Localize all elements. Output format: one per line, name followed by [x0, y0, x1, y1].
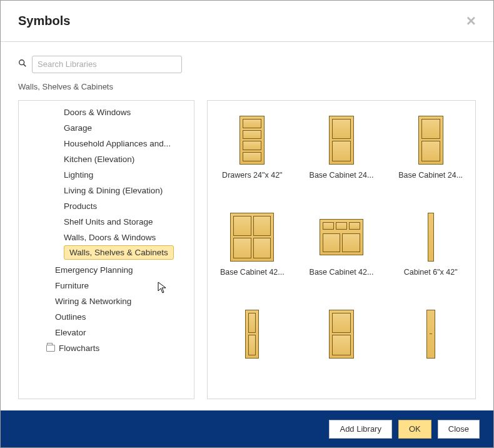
gallery-item-label: Base Cabinet 42... — [220, 268, 285, 277]
tree-item[interactable]: Products — [19, 198, 194, 214]
library-tree[interactable]: Doors & WindowsGarageHousehold Appliance… — [18, 100, 194, 399]
gallery-item[interactable]: Base Cabinet 42... — [208, 204, 297, 301]
tree-item-selected[interactable]: Walls, Shelves & Cabinets — [64, 245, 174, 260]
gallery-item[interactable]: Drawers 24"x 42" — [208, 107, 297, 204]
gallery-item[interactable] — [297, 301, 386, 398]
symbol-thumb — [320, 310, 363, 359]
gallery-item-label: Base Cabinet 42... — [310, 268, 374, 277]
tree-item-label: Emergency Planning — [55, 265, 133, 275]
tree-item[interactable]: Flowcharts — [19, 340, 194, 356]
dialog-footer: Add Library OK Close — [1, 410, 493, 447]
tree-item-label: Elevator — [55, 328, 86, 337]
gallery-item-label: Base Cabinet 24... — [398, 171, 463, 180]
gallery-item[interactable]: Base Cabinet 42... — [297, 204, 386, 301]
symbol-thumb — [320, 116, 363, 165]
symbol-thumb — [320, 213, 363, 262]
gallery-item[interactable] — [386, 301, 475, 398]
gallery-item[interactable]: Cabinet 6"x 42" — [386, 204, 475, 301]
tree-item[interactable]: Emergency Planning — [19, 262, 194, 278]
gallery-item[interactable]: Base Cabinet 24... — [297, 107, 386, 204]
ok-button[interactable]: OK — [398, 420, 431, 439]
tree-item-label: Wiring & Networking — [55, 297, 131, 306]
symbol-thumb — [409, 116, 453, 165]
tree-item-label: Flowcharts — [59, 344, 99, 353]
symbol-thumb — [409, 310, 453, 359]
close-button[interactable]: Close — [438, 420, 480, 439]
search-icon — [18, 59, 27, 70]
tree-item[interactable]: Outlines — [19, 309, 194, 325]
panes: Doors & WindowsGarageHousehold Appliance… — [1, 100, 493, 410]
symbol-thumb — [230, 310, 274, 359]
tree-item-label: Kitchen (Elevation) — [64, 155, 134, 164]
tree-item-label: Household Appliances and... — [64, 139, 171, 148]
tree-item[interactable]: Household Appliances and... — [19, 136, 194, 151]
search-row — [1, 42, 493, 78]
gallery-item[interactable]: Base Cabinet 24... — [386, 107, 475, 204]
add-library-button[interactable]: Add Library — [329, 420, 391, 439]
tree-item[interactable]: Elevator — [19, 325, 194, 340]
tree-item[interactable]: Garage — [19, 120, 194, 136]
tree-item[interactable]: Lighting — [19, 167, 194, 183]
tree-item[interactable]: Kitchen (Elevation) — [19, 151, 194, 167]
search-input[interactable] — [32, 56, 182, 73]
tree-item-label: Products — [64, 201, 97, 211]
titlebar: Symbols × — [1, 1, 493, 42]
dialog-title: Symbols — [18, 14, 70, 28]
tree-item-label: Shelf Units and Storage — [64, 217, 153, 227]
gallery-item-label: Cabinet 6"x 42" — [404, 268, 458, 277]
tree-item-label: Doors & Windows — [64, 108, 131, 117]
tree-item[interactable]: Walls, Doors & Windows — [19, 230, 194, 245]
breadcrumb: Walls, Shelves & Cabinets — [1, 78, 493, 100]
symbol-thumb — [409, 213, 453, 262]
tree-item-label: Furniture — [55, 281, 89, 290]
tree-item[interactable]: Furniture — [19, 278, 194, 293]
svg-line-1 — [24, 64, 26, 67]
tree-item[interactable]: Living & Dining (Elevation) — [19, 183, 194, 198]
tree-item-label: Lighting — [64, 170, 93, 180]
symbols-dialog: Symbols × Walls, Shelves & Cabinets Door… — [0, 0, 494, 448]
folder-icon — [46, 345, 55, 352]
symbol-thumb — [230, 116, 274, 165]
tree-item-label: Living & Dining (Elevation) — [64, 186, 163, 195]
svg-point-0 — [19, 60, 24, 65]
tree-item-label: Walls, Doors & Windows — [64, 233, 156, 242]
tree-item-label: Outlines — [55, 312, 86, 322]
symbol-gallery[interactable]: Drawers 24"x 42"Base Cabinet 24...Base C… — [207, 100, 476, 399]
symbol-thumb — [230, 213, 274, 262]
close-icon[interactable]: × — [466, 13, 476, 29]
gallery-item-label: Base Cabinet 24... — [310, 171, 374, 180]
tree-item[interactable]: Wiring & Networking — [19, 293, 194, 309]
tree-item[interactable]: Doors & Windows — [19, 104, 194, 120]
gallery-item[interactable] — [208, 301, 297, 398]
tree-item-label: Garage — [64, 123, 92, 133]
tree-item[interactable]: Shelf Units and Storage — [19, 214, 194, 230]
gallery-item-label: Drawers 24"x 42" — [222, 171, 282, 180]
